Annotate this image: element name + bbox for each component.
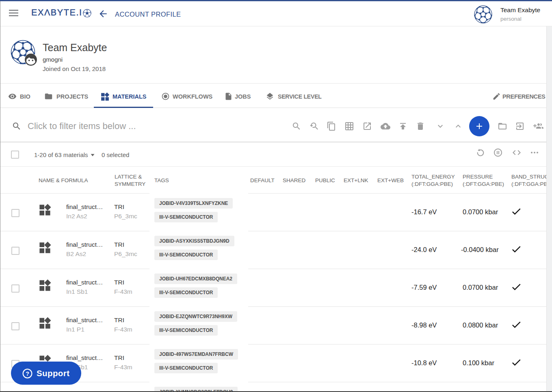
svg-text:?: ? <box>26 370 29 377</box>
